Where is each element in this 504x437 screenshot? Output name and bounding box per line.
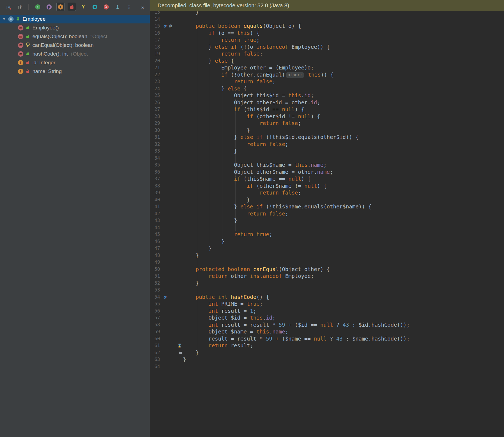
code-line[interactable]: 45 return true; <box>150 231 504 238</box>
tree-item-label: equals(Object): boolean <box>32 34 87 40</box>
code-line[interactable]: 18 } else if (!(o instanceof Employee)) … <box>150 44 504 51</box>
code-line[interactable]: 41 } else if (!this$name.equals(other$na… <box>150 203 504 210</box>
code-line[interactable]: 59 Object $name = this.name; <box>150 328 504 335</box>
line-number: 48 <box>150 252 162 259</box>
code-line[interactable]: 20 } else { <box>150 57 504 65</box>
code-text: if (other$name != null) { <box>183 183 327 190</box>
line-number: 26 <box>150 99 162 106</box>
code-area[interactable]: 13 }1415o↑@ public boolean equals(Object… <box>150 9 504 370</box>
code-line[interactable]: 28 if (other$id != null) { <box>150 113 504 120</box>
code-text: Object $id = this.id; <box>183 314 276 321</box>
code-line[interactable]: 34 <box>150 155 504 162</box>
code-line[interactable]: 63} <box>150 356 504 363</box>
code-line[interactable]: 23 return false; <box>150 78 504 85</box>
show-lambdas-button[interactable]: λ <box>102 3 110 11</box>
structure-item-id[interactable]: fid: Integer <box>0 58 150 67</box>
more-actions-button[interactable]: » <box>139 3 147 11</box>
line-number: 23 <box>150 78 162 85</box>
show-properties-icon: p <box>47 4 52 10</box>
code-line[interactable]: 57 Object $id = this.id; <box>150 314 504 321</box>
code-line[interactable]: 51 return other instanceof Employee; <box>150 273 504 280</box>
code-line[interactable]: 62 } <box>150 349 504 356</box>
code-line[interactable]: 49 <box>150 259 504 266</box>
code-line[interactable]: 22 if (!other.canEqual(other: this)) { <box>150 71 504 78</box>
show-non-public-button[interactable] <box>68 3 76 11</box>
code-line[interactable]: 15o↑@ public boolean equals(Object o) { <box>150 23 504 30</box>
code-line[interactable]: 50 protected boolean canEqual(Object oth… <box>150 266 504 273</box>
code-line[interactable]: 54o↑ public int hashCode() { <box>150 294 504 301</box>
code-line[interactable]: 61⌛ return result; <box>150 342 504 349</box>
code-line[interactable]: 44 <box>150 224 504 231</box>
line-number: 42 <box>150 210 162 217</box>
show-properties-button[interactable]: p <box>45 3 53 11</box>
code-line[interactable]: 16 if (o == this) { <box>150 30 504 37</box>
code-line[interactable]: 24 } else { <box>150 85 504 92</box>
code-text: } else if (!(o instanceof Employee)) { <box>183 44 330 51</box>
chevron-down-icon[interactable]: ▼ <box>0 17 8 21</box>
expand-all-button[interactable]: ↥ <box>113 3 122 11</box>
code-line[interactable]: 42 return false; <box>150 210 504 217</box>
code-line[interactable]: 40 } <box>150 196 504 204</box>
code-line[interactable]: 46 } <box>150 238 504 245</box>
gutter <box>162 113 183 120</box>
sort-by-visibility-button[interactable]: ↓a <box>4 3 12 11</box>
overrides-method-icon[interactable]: o↑ <box>164 23 168 30</box>
code-line[interactable]: 53 <box>150 287 504 294</box>
code-line[interactable]: 26 Object other$id = other.id; <box>150 99 504 106</box>
code-line[interactable]: 25 Object this$id = this.id; <box>150 92 504 99</box>
code-line[interactable]: 19 return false; <box>150 50 504 57</box>
line-number: 31 <box>150 134 162 141</box>
gutter <box>162 321 183 329</box>
gutter <box>162 314 183 321</box>
code-text: } <box>183 196 250 204</box>
show-anonymous-button[interactable] <box>91 3 99 11</box>
code-line[interactable]: 32 return false; <box>150 141 504 148</box>
gutter <box>162 162 183 169</box>
line-number: 27 <box>150 106 162 113</box>
code-line[interactable]: 55 int PRIME = true; <box>150 301 504 308</box>
private-visibility-icon <box>26 70 30 73</box>
code-line[interactable]: 52 } <box>150 280 504 287</box>
code-text: return false; <box>183 210 288 217</box>
code-line[interactable]: 17 return true; <box>150 37 504 44</box>
code-line[interactable]: 35 Object this$name = this.name; <box>150 162 504 169</box>
code-line[interactable]: 37 if (this$name == null) { <box>150 175 504 183</box>
line-number: 41 <box>150 203 162 210</box>
code-line[interactable]: 36 Object other$name = other.name; <box>150 169 504 176</box>
line-number: 58 <box>150 321 162 329</box>
code-line[interactable]: 58 int result = result * 59 + ($id == nu… <box>150 321 504 329</box>
code-line[interactable]: 33 } <box>150 148 504 155</box>
hourglass-gutter-icon[interactable]: ⌛ <box>177 342 182 349</box>
show-fields-button[interactable]: f <box>56 3 64 11</box>
structure-item-equals[interactable]: mequals(Object): boolean↑Object <box>0 32 150 41</box>
line-number: 24 <box>150 85 162 92</box>
line-number: 59 <box>150 328 162 335</box>
code-line[interactable]: 27 if (this$id == null) { <box>150 106 504 113</box>
code-line[interactable]: 43 } <box>150 217 504 224</box>
structure-root-employee[interactable]: ▼ C Employee <box>0 15 150 23</box>
collapse-all-button[interactable]: ↧ <box>125 3 133 11</box>
structure-item-name[interactable]: fname: String <box>0 67 150 76</box>
code-line[interactable]: 30 } <box>150 127 504 134</box>
code-line[interactable]: 47 } <box>150 245 504 252</box>
code-line[interactable]: 29 return false; <box>150 120 504 127</box>
code-line[interactable]: 56 int result = 1; <box>150 308 504 315</box>
code-line[interactable]: 31 } else if (!this$id.equals(other$id))… <box>150 134 504 141</box>
code-line[interactable]: 21 Employee other = (Employee)o; <box>150 64 504 71</box>
structure-item-hashcode[interactable]: mhashCode(): int↑Object <box>0 50 150 58</box>
code-line[interactable]: 38 if (other$name != null) { <box>150 183 504 190</box>
structure-item-constructor[interactable]: mEmployee() <box>0 23 150 32</box>
group-by-defining-type-button[interactable]: Y <box>79 3 87 11</box>
code-line[interactable]: 39 return false; <box>150 189 504 196</box>
collapse-all-icon: ↧ <box>127 4 131 10</box>
code-line[interactable]: 14 <box>150 16 504 23</box>
structure-item-canequal[interactable]: mcanEqual(Object): boolean <box>0 41 150 50</box>
show-inherited-button[interactable]: ↑ <box>33 3 42 11</box>
tree-item-suffix: ↑Object <box>70 51 88 57</box>
sort-alphabetically-button[interactable]: ↓az <box>15 3 23 11</box>
code-line[interactable]: 64 <box>150 363 504 370</box>
code-line[interactable]: 48 } <box>150 252 504 259</box>
overrides-method-icon[interactable]: o↑ <box>164 294 168 301</box>
line-number: 19 <box>150 50 162 57</box>
code-line[interactable]: 60 result = result * 59 + ($name == null… <box>150 335 504 342</box>
